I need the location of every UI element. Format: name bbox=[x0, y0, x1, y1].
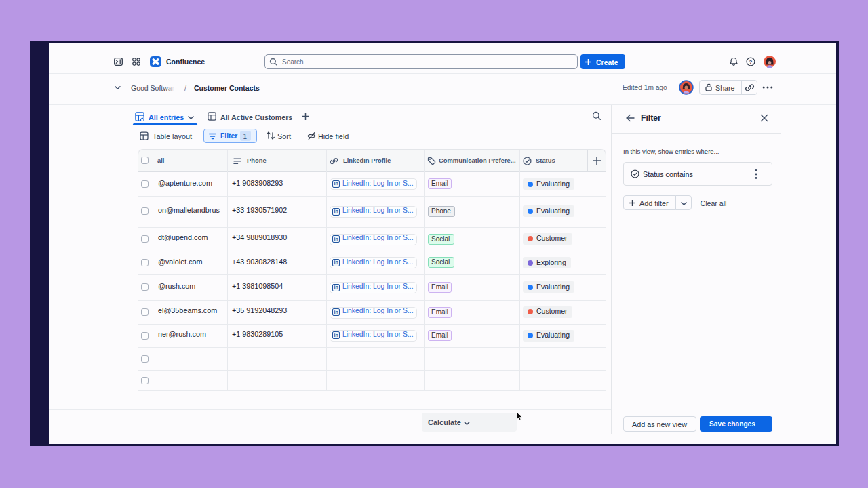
svg-text:?: ? bbox=[749, 59, 753, 65]
